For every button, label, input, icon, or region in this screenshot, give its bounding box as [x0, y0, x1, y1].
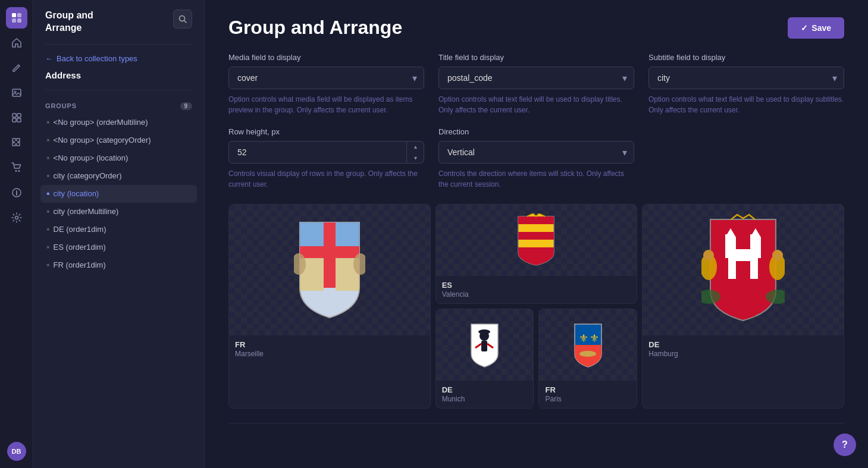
groups-count-badge: 9	[180, 102, 192, 110]
arrow-left-icon: ←	[45, 54, 53, 63]
subtitle-field-select[interactable]: city	[648, 67, 844, 89]
munich-coa-image	[468, 321, 501, 369]
help-button[interactable]: ?	[833, 434, 856, 456]
title-field-select[interactable]: postal_code	[438, 67, 634, 89]
marseille-meta: FR Marseille	[229, 335, 430, 363]
paris-city: Paris	[545, 395, 631, 403]
user-avatar[interactable]: DB	[7, 442, 26, 461]
group-item-city-location[interactable]: city (location)	[40, 185, 197, 203]
svg-text:⚜: ⚜	[579, 332, 588, 344]
group-item-de-order1dim[interactable]: DE (order1dim)	[40, 221, 197, 238]
svg-point-33	[579, 351, 596, 357]
sidebar-header: Group and Arrange	[33, 0, 204, 39]
group-item-city-category-order[interactable]: city (categoryOrder)	[40, 167, 197, 185]
direction-select[interactable]: Vertical Horizontal	[438, 141, 634, 164]
nav-settings-icon[interactable]	[6, 207, 27, 228]
direction-label: Direction	[438, 127, 634, 136]
back-link-label: Back to collection types	[57, 54, 137, 63]
svg-rect-18	[336, 222, 359, 246]
nav-edit-icon[interactable]	[6, 57, 27, 78]
svg-rect-27	[481, 341, 487, 351]
svg-point-47	[772, 250, 783, 260]
svg-point-45	[703, 250, 714, 260]
marseille-country: FR	[235, 340, 424, 349]
main-header: Group and Arrange ✓ Save	[205, 0, 868, 53]
nav-info-icon[interactable]	[6, 182, 27, 203]
svg-point-11	[18, 170, 20, 172]
media-field-select[interactable]: cover	[228, 67, 424, 89]
group-item-city-order-multiline[interactable]: city (orderMultiline)	[40, 203, 197, 221]
sidebar: Group and Arrange ← Back to collection t…	[33, 0, 205, 468]
group-item-no-group-location[interactable]: <No group> (location)	[40, 149, 197, 167]
title-field-hint: Option controls what text field will be …	[438, 94, 634, 115]
groups-list: <No group> (orderMultiline) <No group> (…	[33, 114, 204, 274]
row-height-label: Row height, px	[228, 127, 424, 136]
card-munich[interactable]: DE Munich	[435, 309, 534, 409]
munich-paris-row: DE Munich	[435, 309, 638, 409]
media-field-select-wrapper: cover ▾	[228, 67, 424, 89]
row-height-hint: Controls visual display of rows in the g…	[228, 168, 424, 190]
back-to-collection-types-link[interactable]: ← Back to collection types	[33, 49, 204, 68]
svg-point-10	[15, 170, 17, 172]
svg-rect-0	[12, 13, 16, 17]
svg-rect-6	[12, 114, 16, 117]
sidebar-divider-top	[45, 44, 192, 45]
svg-rect-24	[518, 232, 554, 240]
nav-cart-icon[interactable]	[6, 157, 27, 178]
number-up-arrow[interactable]: ▴	[407, 141, 424, 152]
groups-section-label: GROUPS 9	[33, 95, 204, 114]
svg-rect-16	[300, 246, 359, 258]
col-mid: ES Valencia	[435, 204, 638, 409]
row-height-input[interactable]	[228, 141, 424, 164]
direction-group: Direction Vertical Horizontal ▾ Controls…	[438, 127, 634, 190]
groups-label: GROUPS	[45, 102, 77, 109]
svg-rect-1	[17, 13, 21, 17]
group-item-no-group-category-order[interactable]: <No group> (categoryOrder)	[40, 131, 197, 149]
spacer-group	[648, 127, 844, 190]
nav-grid-icon[interactable]	[6, 107, 27, 128]
nav-image-icon[interactable]	[6, 82, 27, 103]
group-item-es-order1dim[interactable]: ES (order1dim)	[40, 238, 197, 256]
title-field-select-wrapper: postal_code ▾	[438, 67, 634, 89]
controls-row-1: Media field to display cover ▾ Option co…	[228, 53, 844, 115]
valencia-city: Valencia	[442, 290, 631, 299]
svg-rect-42	[750, 234, 753, 239]
icon-bar: DB	[0, 0, 33, 468]
svg-rect-40	[725, 234, 728, 239]
nav-puzzle-icon[interactable]	[6, 132, 27, 153]
card-hamburg[interactable]: DE Hamburg	[642, 204, 844, 409]
media-field-label: Media field to display	[228, 53, 424, 62]
bottom-divider	[228, 423, 844, 423]
number-arrows: ▴ ▾	[406, 141, 424, 164]
svg-rect-7	[17, 114, 21, 117]
direction-hint: Controls the direction where items will …	[438, 168, 634, 190]
address-label: Address	[33, 68, 204, 85]
nav-app-icon[interactable]	[6, 7, 27, 29]
svg-rect-41	[730, 234, 733, 239]
group-item-no-group-order-multiline[interactable]: <No group> (orderMultiline)	[40, 114, 197, 131]
nav-home-icon[interactable]	[6, 32, 27, 54]
svg-rect-35	[736, 261, 750, 279]
save-button[interactable]: ✓ Save	[788, 17, 844, 39]
svg-rect-2	[12, 18, 16, 23]
card-paris[interactable]: ⚜ ⚜ FR Paris	[538, 309, 637, 409]
number-down-arrow[interactable]: ▾	[407, 152, 424, 164]
munich-country: DE	[442, 385, 528, 394]
card-valencia[interactable]: ES Valencia	[435, 204, 638, 304]
subtitle-field-group: Subtitle field to display city ▾ Option …	[648, 53, 844, 115]
valencia-coa-image	[515, 213, 557, 267]
check-icon: ✓	[801, 23, 808, 33]
card-marseille[interactable]: FR Marseille	[228, 204, 431, 409]
valencia-country: ES	[442, 281, 631, 290]
row-height-input-wrapper: ▴ ▾	[228, 141, 424, 164]
svg-rect-9	[17, 118, 21, 122]
svg-text:⚜: ⚜	[590, 332, 599, 344]
subtitle-field-hint: Option controls what text field will be …	[648, 94, 844, 115]
sidebar-search-button[interactable]	[173, 10, 192, 29]
page-title: Group and Arrange	[228, 17, 402, 39]
paris-country: FR	[545, 385, 631, 394]
valencia-meta: ES Valencia	[436, 276, 637, 303]
svg-point-5	[14, 91, 16, 93]
svg-rect-17	[300, 222, 324, 246]
group-item-fr-order1dim[interactable]: FR (order1dim)	[40, 256, 197, 274]
